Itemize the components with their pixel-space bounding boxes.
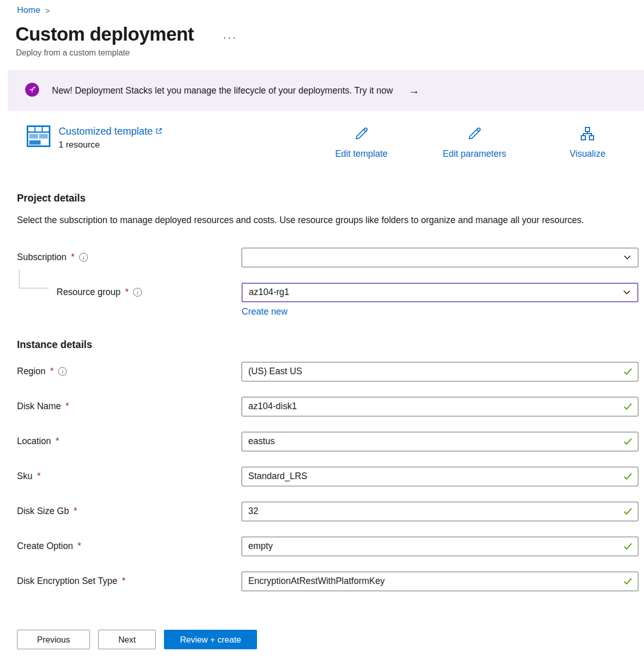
create-option-label: Create Option xyxy=(17,541,73,552)
sku-label: Sku xyxy=(17,471,32,482)
resource-group-input[interactable] xyxy=(243,284,621,301)
edit-parameters-label: Edit parameters xyxy=(443,149,506,159)
info-icon[interactable]: i xyxy=(58,367,67,376)
pencil-icon xyxy=(353,125,370,144)
project-details-heading: Project details xyxy=(17,192,644,204)
page-title: Custom deployment xyxy=(15,24,194,45)
disk-name-input[interactable] xyxy=(242,397,623,416)
subscription-dropdown[interactable] xyxy=(242,248,638,267)
customized-template-link[interactable]: Customized template xyxy=(59,125,162,137)
region-label: Region xyxy=(17,366,45,377)
sku-input[interactable] xyxy=(242,467,623,486)
sitemap-icon xyxy=(579,125,596,144)
edit-parameters-button[interactable]: Edit parameters xyxy=(438,125,510,159)
resource-group-row: Resource group * i xyxy=(17,283,638,302)
required-asterisk: * xyxy=(71,252,75,263)
previous-button[interactable]: Previous xyxy=(17,630,90,649)
disk-size-field[interactable] xyxy=(242,502,638,521)
subscription-label: Subscription xyxy=(17,252,66,263)
disk-size-input[interactable] xyxy=(242,502,623,521)
sku-field[interactable] xyxy=(242,467,638,486)
required-asterisk: * xyxy=(73,506,77,517)
valid-check-icon xyxy=(623,401,633,411)
location-input[interactable] xyxy=(242,432,623,451)
visualize-button[interactable]: Visualize xyxy=(551,125,623,159)
template-resource-count: 1 resource xyxy=(59,140,162,150)
breadcrumb: Home > xyxy=(0,0,644,15)
info-icon[interactable]: i xyxy=(133,288,142,297)
instance-details-form: Region * i Disk Name * xyxy=(0,362,644,591)
required-asterisk: * xyxy=(50,366,53,377)
external-link-icon xyxy=(155,125,162,137)
disk-name-label: Disk Name xyxy=(17,401,61,412)
review-create-button[interactable]: Review + create xyxy=(164,630,257,649)
region-input[interactable] xyxy=(242,362,623,381)
required-asterisk: * xyxy=(66,401,69,412)
resource-group-label: Resource group xyxy=(57,287,121,298)
breadcrumb-separator-icon: > xyxy=(45,6,50,15)
required-asterisk: * xyxy=(78,541,81,552)
banner-text: New! Deployment Stacks let you manage th… xyxy=(52,85,393,96)
valid-check-icon xyxy=(623,576,633,586)
location-label: Location xyxy=(17,436,51,447)
region-field[interactable] xyxy=(242,362,638,381)
valid-check-icon xyxy=(623,506,633,516)
deployment-stacks-banner[interactable]: New! Deployment Stacks let you manage th… xyxy=(8,70,644,111)
disk-encryption-field[interactable] xyxy=(242,572,638,591)
required-asterisk: * xyxy=(56,436,59,447)
project-details-form: Subscription * i Resource group * i xyxy=(0,248,644,317)
custom-deployment-page: Home > Custom deployment ··· Deploy from… xyxy=(0,0,644,658)
resource-group-dropdown[interactable] xyxy=(242,283,638,302)
wizard-footer: Previous Next Review + create xyxy=(0,621,644,658)
project-details-description: Select the subscription to manage deploy… xyxy=(17,212,605,228)
required-asterisk: * xyxy=(125,287,129,298)
region-row: Region * i xyxy=(17,362,638,381)
create-new-link[interactable]: Create new xyxy=(242,306,288,317)
required-asterisk: * xyxy=(37,471,41,482)
info-icon[interactable]: i xyxy=(79,253,88,262)
chevron-down-icon[interactable] xyxy=(621,287,632,298)
instance-details-heading: Instance details xyxy=(17,339,644,351)
disk-encryption-label: Disk Encryption Set Type xyxy=(17,576,117,587)
visualize-label: Visualize xyxy=(569,149,605,159)
rocket-icon xyxy=(25,83,39,99)
edit-template-label: Edit template xyxy=(335,149,388,159)
template-icon xyxy=(27,125,50,149)
header: Custom deployment ··· xyxy=(0,15,644,45)
chevron-down-icon[interactable] xyxy=(622,252,633,263)
disk-encryption-row: Disk Encryption Set Type * xyxy=(17,572,638,591)
location-row: Location * xyxy=(17,432,638,451)
subscription-row: Subscription * i xyxy=(17,248,638,267)
more-menu-button[interactable]: ··· xyxy=(223,31,237,44)
sku-row: Sku * xyxy=(17,467,638,486)
arrow-right-icon[interactable]: → xyxy=(409,84,419,97)
disk-size-label: Disk Size Gb xyxy=(17,506,69,517)
template-summary-row: Customized template 1 resource xyxy=(27,125,644,171)
valid-check-icon xyxy=(623,367,633,376)
create-option-field[interactable] xyxy=(242,537,638,556)
disk-name-row: Disk Name * xyxy=(17,397,638,416)
disk-name-field[interactable] xyxy=(242,397,638,416)
subscription-input[interactable] xyxy=(242,248,622,267)
create-option-input[interactable] xyxy=(242,537,623,556)
valid-check-icon xyxy=(623,436,633,446)
breadcrumb-home-link[interactable]: Home xyxy=(17,5,40,15)
pencil-icon xyxy=(466,125,483,144)
required-asterisk: * xyxy=(122,576,125,587)
valid-check-icon xyxy=(623,471,633,481)
disk-encryption-input[interactable] xyxy=(242,572,623,591)
next-button[interactable]: Next xyxy=(98,630,156,649)
location-field[interactable] xyxy=(242,432,638,451)
edit-template-button[interactable]: Edit template xyxy=(325,125,397,159)
valid-check-icon xyxy=(623,541,633,551)
disk-size-row: Disk Size Gb * xyxy=(17,502,638,521)
create-option-row: Create Option * xyxy=(17,537,638,556)
page-subtitle: Deploy from a custom template xyxy=(0,45,644,58)
subscription-resourcegroup-connector xyxy=(19,269,49,288)
